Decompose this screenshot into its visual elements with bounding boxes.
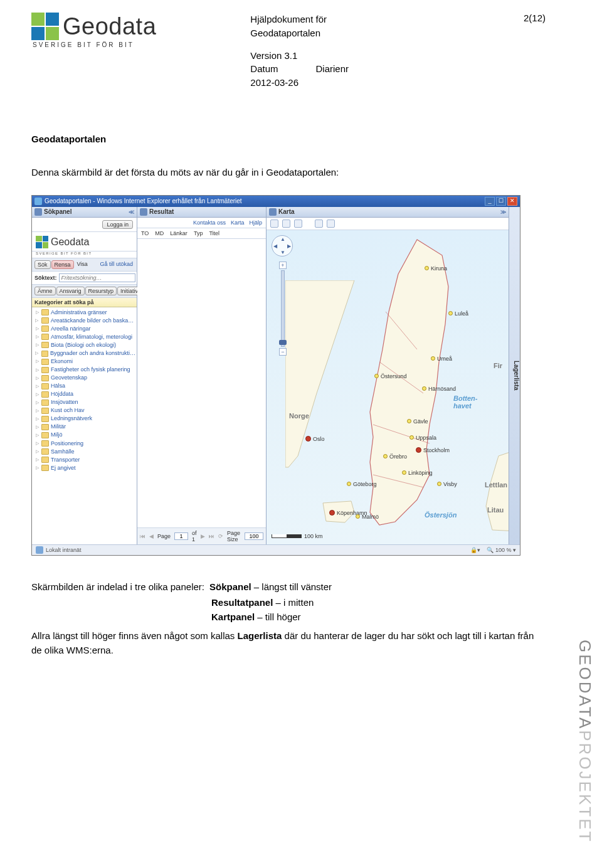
zoom-out-icon[interactable] bbox=[282, 220, 290, 228]
window-close-button[interactable]: ✕ bbox=[507, 197, 517, 206]
tree-label: Atmosfär, klimatologi, meterologi bbox=[51, 333, 132, 341]
tab-ansvarig[interactable]: Ansvarig bbox=[56, 287, 85, 295]
expand-triangle-icon[interactable]: ▷ bbox=[34, 317, 40, 324]
rensa-button[interactable]: Rensa bbox=[51, 260, 74, 269]
resultat-title: Resultat bbox=[149, 208, 174, 215]
expand-triangle-icon[interactable]: ▷ bbox=[34, 465, 40, 471]
city-marker: Kiruna bbox=[425, 265, 447, 272]
tree-node[interactable]: ▷Byggnader och andra konstruktioner bbox=[33, 349, 137, 357]
tree-node[interactable]: ▷Miljö bbox=[33, 431, 137, 439]
pager-next-icon[interactable]: ▶ bbox=[201, 533, 205, 539]
expand-triangle-icon[interactable]: ▷ bbox=[34, 309, 40, 315]
expand-triangle-icon[interactable]: ▷ bbox=[34, 375, 40, 381]
tree-node[interactable]: ▷Fastigheter och fysisk planering bbox=[33, 366, 137, 374]
toolbar-link[interactable]: Hjälp bbox=[249, 220, 262, 226]
pager-last-icon[interactable]: ⏭ bbox=[209, 533, 214, 539]
tab-ämne[interactable]: Ämne bbox=[34, 287, 56, 295]
city-marker: Stockholm bbox=[416, 447, 450, 453]
expand-triangle-icon[interactable]: ▷ bbox=[34, 400, 40, 406]
zoom-minus-icon[interactable]: − bbox=[279, 348, 287, 356]
pager-page-input[interactable] bbox=[174, 532, 188, 540]
tree-node[interactable]: ▷Geovetenskap bbox=[33, 374, 137, 382]
expand-triangle-icon[interactable]: ▷ bbox=[34, 342, 40, 348]
folder-icon bbox=[41, 309, 49, 315]
zoom-plus-icon[interactable]: + bbox=[279, 262, 287, 269]
expand-triangle-icon[interactable]: ▷ bbox=[34, 448, 40, 455]
tree-node[interactable]: ▷Atmosfär, klimatologi, meterologi bbox=[33, 333, 137, 341]
tree-node[interactable]: ▷Ej angivet bbox=[33, 464, 137, 472]
expand-triangle-icon[interactable]: ▷ bbox=[34, 432, 40, 438]
next-extent-icon[interactable] bbox=[327, 220, 335, 228]
label-norge: Norge bbox=[289, 412, 309, 420]
zoom-slider[interactable]: + − bbox=[279, 262, 287, 356]
toolbar-link[interactable]: Kontakta oss bbox=[193, 220, 226, 226]
tree-node[interactable]: ▷Positionering bbox=[33, 440, 137, 448]
city-dot-icon bbox=[409, 435, 414, 440]
expand-icon[interactable]: ≫ bbox=[500, 209, 506, 215]
pan-icon[interactable] bbox=[294, 220, 302, 228]
tree-node[interactable]: ▷Kust och Hav bbox=[33, 406, 137, 415]
expand-triangle-icon[interactable]: ▷ bbox=[34, 383, 40, 389]
tree-node[interactable]: ▷Areatäckande bilder och baskartor bbox=[33, 317, 137, 325]
pan-compass[interactable]: ◀▶ bbox=[272, 235, 293, 257]
city-marker: Linköping bbox=[402, 470, 433, 476]
tree-node[interactable]: ▷Biota (Biologi och ekologi) bbox=[33, 341, 137, 349]
city-label: Stockholm bbox=[423, 447, 450, 453]
expand-triangle-icon[interactable]: ▷ bbox=[34, 358, 40, 364]
utokad-link[interactable]: Gå till utökad bbox=[98, 260, 134, 269]
tree-node[interactable]: ▷Administrativa gränser bbox=[33, 309, 137, 317]
folder-icon bbox=[41, 351, 48, 357]
pager-size-input[interactable] bbox=[245, 532, 263, 540]
expand-triangle-icon[interactable]: ▷ bbox=[34, 367, 40, 373]
tree-node[interactable]: ▷Hälsa bbox=[33, 382, 137, 390]
folder-icon bbox=[41, 400, 49, 406]
expand-triangle-icon[interactable]: ▷ bbox=[34, 424, 40, 430]
toolbar-link[interactable]: Karta bbox=[231, 220, 245, 226]
page-counter: 2(12) bbox=[524, 13, 546, 23]
expand-triangle-icon[interactable]: ▷ bbox=[34, 350, 40, 356]
pager-refresh-icon[interactable]: ⟳ bbox=[218, 533, 223, 539]
window-restore-button[interactable]: ☐ bbox=[496, 197, 506, 206]
soktext-input[interactable] bbox=[59, 273, 135, 282]
pager-prev-icon[interactable]: ◀ bbox=[149, 533, 154, 539]
tree-node[interactable]: ▷Transporter bbox=[33, 456, 137, 464]
zoom-in-icon[interactable] bbox=[270, 220, 278, 228]
pager-first-icon[interactable]: ⏮ bbox=[140, 533, 145, 539]
tree-node[interactable]: ▷Samhälle bbox=[33, 448, 137, 456]
tree-label: Fastigheter och fysisk planering bbox=[51, 366, 130, 374]
tree-node[interactable]: ▷Höjddata bbox=[33, 390, 137, 398]
column-header[interactable]: Länkar bbox=[170, 230, 187, 236]
prev-extent-icon[interactable] bbox=[315, 220, 323, 228]
lagerlista-tab[interactable]: Lagerlista bbox=[509, 207, 520, 544]
expand-triangle-icon[interactable]: ▷ bbox=[34, 391, 40, 398]
column-header[interactable]: Typ bbox=[194, 230, 203, 236]
tree-node[interactable]: ▷Militär bbox=[33, 423, 137, 431]
window-minimize-button[interactable]: _ bbox=[485, 197, 495, 206]
visa-link[interactable]: Visa bbox=[75, 260, 90, 269]
expand-triangle-icon[interactable]: ▷ bbox=[34, 334, 40, 340]
tree-node[interactable]: ▷Ekonomi bbox=[33, 357, 137, 366]
collapse-icon[interactable]: ≪ bbox=[129, 209, 134, 215]
column-header[interactable]: TO bbox=[141, 230, 149, 236]
column-header[interactable]: MD bbox=[155, 230, 164, 236]
doc-meta: Hjälpdokument för Geodataportalen Versio… bbox=[250, 13, 349, 90]
expand-triangle-icon[interactable]: ▷ bbox=[34, 416, 40, 422]
city-dot-icon bbox=[402, 470, 406, 475]
expand-triangle-icon[interactable]: ▷ bbox=[34, 408, 40, 414]
expand-triangle-icon[interactable]: ▷ bbox=[34, 440, 40, 447]
label-finland: Fir bbox=[494, 362, 502, 369]
map-canvas[interactable]: Norge Fir Lettlan Litau Botten- havet Ös… bbox=[267, 230, 509, 544]
expand-triangle-icon[interactable]: ▷ bbox=[34, 457, 40, 463]
tab-resurstyp[interactable]: Resurstyp bbox=[85, 287, 117, 295]
tree-node[interactable]: ▷Areella näringar bbox=[33, 325, 137, 333]
intro-text: Denna skärmbild är det första du möts av… bbox=[31, 166, 546, 179]
column-header[interactable]: Titel bbox=[209, 230, 219, 236]
status-zoom[interactable]: 🔍 100 % ▾ bbox=[487, 547, 516, 553]
sok-button[interactable]: Sök bbox=[34, 260, 51, 269]
login-button[interactable]: Logga in bbox=[102, 220, 133, 229]
folder-icon bbox=[41, 448, 49, 455]
expand-triangle-icon[interactable]: ▷ bbox=[34, 326, 40, 332]
sokpanel-header: Sökpanel ≪ bbox=[32, 207, 137, 218]
tree-node[interactable]: ▷Ledningsnätverk bbox=[33, 415, 137, 423]
tree-node[interactable]: ▷Insjövatten bbox=[33, 398, 137, 406]
